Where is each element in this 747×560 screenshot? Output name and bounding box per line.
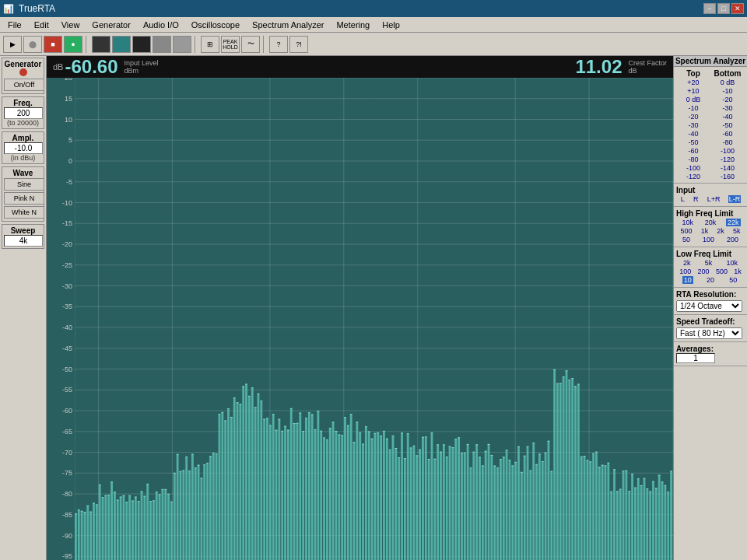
titlebar: 📊 TrueRTA − □ ✕: [0, 0, 747, 17]
lf-5k[interactable]: 5k: [703, 259, 714, 267]
speed-select[interactable]: Slow (5 Hz) Medium (20 Hz) Fast ( 80 Hz)…: [676, 327, 742, 339]
averages-section: Averages:: [674, 342, 747, 366]
bottom-header: Bottom: [710, 69, 745, 78]
toolbar-black2[interactable]: [132, 36, 151, 53]
top-val-8[interactable]: -60: [687, 147, 699, 155]
lf-2k[interactable]: 2k: [682, 259, 693, 267]
wave-white[interactable]: White N: [4, 206, 44, 219]
top-val-3[interactable]: -10: [687, 104, 699, 112]
bottom-val-8[interactable]: -100: [720, 147, 735, 155]
chart-canvas-wrapper: [75, 78, 673, 560]
lf-10k[interactable]: 10k: [724, 259, 739, 267]
hf-20k[interactable]: 20k: [703, 219, 718, 226]
lf-200[interactable]: 200: [696, 268, 711, 275]
hf-1k[interactable]: 1k: [700, 227, 710, 235]
generator-label: Generator: [4, 60, 42, 68]
ampl-input[interactable]: [4, 142, 43, 154]
bottom-val-0[interactable]: 0 dB: [720, 79, 736, 86]
bottom-val-3[interactable]: -30: [721, 104, 733, 112]
top-val-1[interactable]: +10: [686, 87, 700, 95]
toolbar-help[interactable]: ?: [269, 36, 288, 53]
top-val-2[interactable]: 0 dB: [686, 96, 702, 103]
input-L[interactable]: L: [680, 195, 686, 203]
bottom-val-6[interactable]: -60: [721, 130, 733, 138]
wave-pink[interactable]: Pink N: [4, 192, 44, 205]
bottom-val-4[interactable]: -40: [721, 113, 733, 121]
chart-area: dB -60.60 Input Level dBm 11.02 Crest Fa…: [47, 56, 673, 560]
crest-value: 11.02: [575, 56, 622, 78]
hf-5k[interactable]: 5k: [731, 227, 742, 235]
hf-10k[interactable]: 10k: [680, 219, 695, 226]
sweep-input[interactable]: [4, 235, 43, 247]
hf-500[interactable]: 500: [679, 227, 694, 235]
onoff-button[interactable]: On/Off: [4, 79, 44, 91]
lf-50[interactable]: 50: [728, 276, 738, 284]
close-button[interactable]: ✕: [731, 3, 744, 14]
toolbar-record[interactable]: ⬤: [23, 36, 42, 53]
toolbar-teal[interactable]: [112, 36, 131, 53]
hf-50[interactable]: 50: [681, 236, 692, 243]
top-val-9[interactable]: -80: [687, 156, 699, 163]
left-panel: Generator On/Off Freq. (to 20000) Ampl. …: [0, 56, 47, 560]
menu-oscilloscope[interactable]: Oscilloscope: [185, 19, 246, 31]
menu-audio-io[interactable]: Audio I/O: [137, 19, 185, 31]
menu-file[interactable]: File: [2, 19, 28, 31]
bottom-val-2[interactable]: -20: [721, 96, 733, 103]
menu-help[interactable]: Help: [376, 19, 406, 31]
top-val-0[interactable]: +20: [686, 79, 700, 86]
menu-generator[interactable]: Generator: [86, 19, 137, 31]
bottom-val-11[interactable]: -160: [720, 173, 735, 180]
spectrum-analyzer-title: Spectrum Analyzer: [674, 56, 747, 67]
hf-100[interactable]: 100: [701, 236, 716, 243]
rta-select[interactable]: 1/1 Octave 1/3 Octave 1/6 Octave 1/12 Oc…: [676, 300, 742, 312]
wave-section: Wave Sine Pink N White N: [2, 166, 44, 222]
menu-metering[interactable]: Metering: [330, 19, 376, 31]
top-val-5[interactable]: -30: [687, 121, 699, 129]
top-bottom-row: -20-40: [676, 112, 745, 121]
input-R[interactable]: R: [693, 195, 700, 203]
maximize-button[interactable]: □: [717, 3, 730, 14]
top-bottom-values: +200 dB+10-100 dB-20-10-30-20-40-30-50-4…: [676, 78, 745, 180]
y-axis: [47, 78, 75, 560]
input-LmR[interactable]: L-R: [728, 195, 742, 203]
top-val-11[interactable]: -120: [686, 173, 701, 180]
lf-500[interactable]: 500: [714, 268, 729, 275]
bottom-val-7[interactable]: -80: [721, 138, 733, 146]
toolbar-peak[interactable]: PEAKHOLD: [221, 36, 240, 53]
lf-20[interactable]: 20: [705, 276, 716, 284]
top-val-6[interactable]: -40: [687, 130, 699, 138]
toolbar-gray[interactable]: [153, 36, 171, 53]
hf-2k[interactable]: 2k: [715, 227, 726, 235]
wave-sine[interactable]: Sine: [4, 178, 44, 191]
hf-200[interactable]: 200: [725, 236, 740, 243]
toolbar-stop[interactable]: ■: [44, 36, 62, 53]
top-bottom-row: +10-10: [676, 86, 745, 95]
menu-spectrum[interactable]: Spectrum Analyzer: [246, 19, 330, 31]
menu-edit[interactable]: Edit: [28, 19, 55, 31]
averages-input[interactable]: [676, 353, 715, 363]
bottom-val-5[interactable]: -50: [721, 121, 733, 129]
lf-100[interactable]: 100: [678, 268, 693, 275]
top-val-10[interactable]: -100: [686, 164, 701, 172]
toolbar-play[interactable]: ▶: [3, 36, 22, 53]
bottom-val-9[interactable]: -120: [720, 156, 735, 163]
top-bottom-row: -10-30: [676, 103, 745, 112]
toolbar-green[interactable]: ●: [64, 36, 82, 53]
toolbar-gray2[interactable]: [173, 36, 191, 53]
top-val-7[interactable]: -50: [687, 138, 699, 146]
input-LpR[interactable]: L+R: [707, 195, 721, 203]
toolbar-black1[interactable]: [92, 36, 110, 53]
toolbar-about[interactable]: ?!: [289, 36, 308, 53]
freq-input[interactable]: [4, 107, 43, 119]
minimize-button[interactable]: −: [703, 3, 716, 14]
menu-view[interactable]: View: [55, 19, 86, 31]
toolbar-wave[interactable]: 〜: [241, 36, 260, 53]
toolbar-grid[interactable]: ⊞: [201, 36, 219, 53]
bottom-val-10[interactable]: -140: [720, 164, 735, 172]
bottom-val-1[interactable]: -10: [721, 87, 733, 95]
lf-1k[interactable]: 1k: [732, 268, 743, 275]
lf-10[interactable]: 10: [682, 276, 693, 284]
freq-range: (to 20000): [4, 119, 42, 127]
top-val-4[interactable]: -20: [687, 113, 699, 121]
hf-22k[interactable]: 22k: [726, 219, 741, 226]
